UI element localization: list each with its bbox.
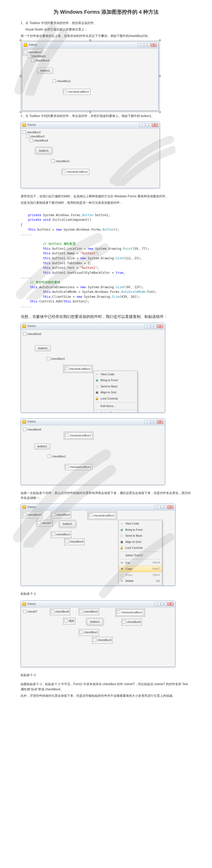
context-menu[interactable]: ↔View Code ▣Bring to Front ▢Send to Back… — [94, 371, 138, 413]
window-title: Form1 — [28, 420, 36, 424]
intro-3: 第一个控件放在窗体的右上角，后来添加的控件在其右下方叠加。例如下图中的check… — [21, 34, 191, 38]
checkbox5[interactable]: checkBox5 — [23, 513, 41, 517]
checkbox1[interactable]: checkBox1 — [80, 630, 98, 635]
ctx-copy[interactable]: ⧉CopyCtrl+C — [119, 566, 162, 572]
checkbox1[interactable]: checkBox1 — [51, 159, 70, 164]
button1[interactable]: button1 — [37, 68, 53, 74]
close-button[interactable]: ✕ — [151, 43, 157, 47]
checkbox1[interactable]: checkBox1 — [48, 454, 66, 459]
ctx-align-grid[interactable]: ▦Align to Grid — [119, 539, 162, 545]
window-title: Form1 — [28, 602, 36, 607]
app-icon — [23, 420, 26, 424]
checkbox5[interactable]: checkBox5 — [122, 620, 141, 624]
min-button[interactable]: — — [154, 505, 161, 509]
close-button[interactable]: ✕ — [152, 123, 158, 127]
form-designer-2: Form1 — ▭ ✕ checkBox2 checkBox3 checkBox… — [21, 122, 160, 188]
form-designer-6: Form1 — ▭ ✕ checkIT checkBox6 checkBox2 … — [21, 600, 175, 667]
para-3b: 但是当我们复制或者下载代码时，使用的则是另一种方法来添加图形控件： — [21, 200, 191, 205]
checkedlistbox1[interactable]: checkedListBox1 — [116, 610, 144, 616]
app-icon — [23, 324, 26, 328]
checkbox4[interactable]: checkBox4 — [30, 138, 48, 143]
ctx-viewcode[interactable]: ↔View Code — [119, 521, 162, 527]
ctx-send-back[interactable]: ▢Send to Back — [94, 383, 137, 390]
ctx-bring-front[interactable]: ▣Bring to Front — [94, 377, 137, 383]
window-title: Form1 — [29, 42, 37, 47]
max-button[interactable]: ▭ — [161, 505, 167, 509]
checkbox4[interactable]: checkBox4 — [31, 58, 49, 63]
code-block: private System.Windows.Forms.Button butt… — [21, 208, 191, 309]
button1[interactable]: button1 — [60, 521, 76, 527]
ctx-lock[interactable]: 🔒Lock Controls — [94, 396, 137, 402]
para-6: 此外，尽管控件的相对位置会保留下来，但是这些被粘贴的控件并不会随着窗体的大小改变… — [21, 693, 191, 698]
close-button[interactable]: ✕ — [167, 602, 174, 606]
close-button[interactable]: ✕ — [157, 324, 163, 328]
context-menu-2[interactable]: ↔View Code ▣Bring to Front ▢Send to Back… — [118, 520, 162, 586]
ctx-bring-front[interactable]: ▣Bring to Front — [119, 527, 162, 533]
lead-copy-paste: 当然，当窗体中已经存在我们想要添加的组件时，我们也可以直接复制、粘贴该组件： — [21, 313, 191, 320]
max-button[interactable]: ▭ — [151, 324, 157, 328]
checkIT[interactable]: checkIT — [37, 521, 52, 526]
intro-1: 1、在 Toolbox 中找到要添加的控件，然后双击该控件。 — [21, 21, 191, 26]
checkedlistbox2[interactable]: checkedListBox2 — [65, 433, 92, 439]
min-button[interactable]: — — [154, 602, 161, 606]
page-title: 为 Windows Forms 添加图形控件的 4 种方法 — [21, 8, 191, 16]
checkbox2[interactable]: checkBox2 — [23, 130, 41, 135]
checkedlistbox1-selected[interactable]: checkedListBox1 — [64, 366, 92, 372]
ctx-delete[interactable]: ✕DeleteDel — [119, 578, 162, 584]
app-icon — [24, 43, 27, 47]
checkbox2[interactable]: checkBox2 — [80, 610, 98, 614]
checkbox6[interactable]: checkBox6 — [23, 332, 41, 337]
ctx-send-back[interactable]: ▢Send to Back — [119, 533, 162, 539]
checkbox3[interactable]: checkBox3 — [26, 134, 44, 139]
ctx-select-form[interactable]: Select 'Form1' — [94, 410, 137, 412]
ctx-align-grid[interactable]: ▦Align to Grid — [94, 390, 137, 396]
checkbox3[interactable]: checkBox3 — [93, 638, 111, 643]
close-button[interactable]: ✕ — [157, 420, 163, 424]
min-button[interactable]: — — [144, 324, 150, 328]
ctx-paste[interactable]: 📋PasteCtrl+V — [119, 572, 162, 578]
checkbox2[interactable]: checkBox2 — [24, 50, 42, 55]
checkbox1[interactable]: checkBox1 — [52, 532, 70, 537]
checkIT[interactable]: checkIT — [23, 610, 37, 614]
checkbox1[interactable]: checkBox1 — [47, 356, 65, 361]
checkbox3[interactable]: checkBox3 — [27, 54, 46, 59]
checkbox6[interactable]: checkBox6 — [51, 610, 69, 614]
min-button[interactable]: — — [144, 420, 150, 424]
form-designer-3: Form1 — ▭ ✕ checkBox6 button1 checkBox1 … — [21, 323, 165, 413]
checkedlistbox1[interactable]: checkedListBox1 — [65, 464, 92, 470]
checkedlistbox1[interactable]: checkedListBox1 — [63, 89, 91, 95]
app-icon — [23, 602, 26, 606]
checkbox2[interactable]: checkBox2 — [52, 513, 70, 517]
checkedlistbox1[interactable]: checkedListBox1 — [62, 169, 89, 175]
ctx-edit-items[interactable]: Edit Items... — [94, 403, 137, 409]
caption-1: 粘贴多个-1 — [21, 591, 191, 596]
app-icon — [23, 123, 26, 127]
ctx-lock[interactable]: 🔒Lock Controls — [119, 545, 162, 551]
ctx-select-form[interactable]: Select 'Form1' — [119, 552, 162, 559]
checkbox1[interactable]: checkBox1 — [52, 79, 71, 84]
min-button[interactable]: — — [139, 123, 145, 127]
button1[interactable]: button1 — [34, 443, 50, 450]
max-button[interactable]: ▭ — [145, 123, 152, 127]
form-designer-5: Form1 — ▭ ✕ checkBox5 checkBox2 checkedL… — [21, 504, 175, 586]
para-4: 如果一次粘贴多个控件，那么这些控件的相对位置和布局将会保留下来，属性设置也会保留… — [21, 491, 191, 500]
checkbox3[interactable]: checkBox3 — [65, 539, 83, 544]
button1[interactable]: button1 — [87, 619, 103, 625]
para-5: 由图粘贴多个-1、粘贴多个-2 中可见，Form2 中原本就存在 checkBo… — [21, 682, 191, 692]
checkbox6[interactable]: checkBox6 — [23, 427, 41, 432]
max-button[interactable]: ▭ — [151, 420, 157, 424]
form-designer-1: Form1 — ▭ ✕ checkBox2 checkBox3 checkBox… — [21, 40, 160, 112]
checkedlistbox1[interactable]: checkedListBox1 — [89, 513, 116, 519]
window-title: Form1 — [28, 505, 36, 509]
button1[interactable]: button1 — [35, 345, 51, 351]
ctx-viewcode[interactable]: ↔View Code — [94, 371, 137, 378]
max-button[interactable]: ▭ — [144, 43, 150, 47]
ctx-cut[interactable]: ✂CutCtrl+X — [119, 560, 162, 566]
intro-2: Visual Studio 会把它放在默认的窗体位置上： — [21, 27, 191, 32]
button1-selected[interactable]: button1 — [36, 148, 52, 154]
checkbox4-wd[interactable]: 我的 — [64, 619, 74, 623]
close-button[interactable]: ✕ — [167, 505, 174, 509]
max-button[interactable]: ▭ — [161, 602, 167, 606]
caption-2: 粘贴多个-2 — [21, 673, 191, 678]
min-button[interactable]: — — [138, 43, 144, 47]
